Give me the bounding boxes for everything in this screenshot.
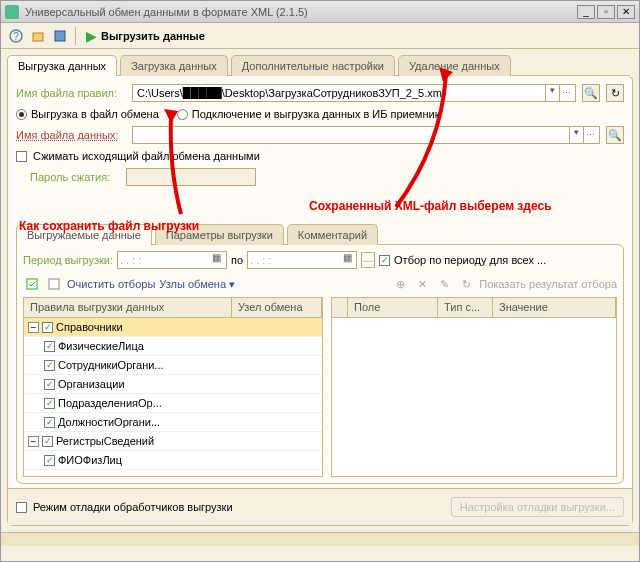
th-value[interactable]: Значение (493, 298, 616, 317)
svg-rect-3 (55, 31, 65, 41)
period-label: Период выгрузки: (23, 254, 113, 266)
svg-text:?: ? (13, 31, 19, 42)
tree-row[interactable]: −Справочники (24, 318, 322, 337)
tree-row[interactable]: ФИОФизЛиц (24, 451, 322, 470)
subtab-comment[interactable]: Комментарий (287, 224, 378, 245)
th-type[interactable]: Тип с... (438, 298, 493, 317)
save-icon[interactable] (51, 27, 69, 45)
edit-icon: ✎ (435, 275, 453, 293)
refresh-icon: ↻ (457, 275, 475, 293)
data-file-label: Имя файла данных: (16, 129, 126, 141)
filter-table[interactable]: Поле Тип с... Значение (331, 297, 617, 477)
svg-rect-6 (27, 279, 37, 289)
rules-file-label: Имя файла правил: (16, 87, 126, 99)
collapse-icon[interactable]: − (28, 436, 39, 447)
debug-settings-button: Настройка отладки выгрузки... (451, 497, 624, 517)
browse-icon[interactable]: … (559, 85, 573, 101)
browse-icon[interactable]: … (583, 127, 597, 143)
radio-direct-label: Подключение и выгрузка данных в ИБ прием… (192, 108, 440, 120)
row-checkbox[interactable] (44, 417, 55, 428)
status-bar (1, 532, 639, 546)
subtab-params[interactable]: Параметры выгрузки (155, 224, 284, 245)
open-icon[interactable] (29, 27, 47, 45)
collapse-icon[interactable]: − (28, 322, 39, 333)
radio-dot-icon (177, 109, 188, 120)
radio-file-export[interactable]: Выгрузка в файл обмена (16, 108, 159, 120)
check-all-icon[interactable] (23, 275, 41, 293)
row-checkbox[interactable] (42, 322, 53, 333)
radio-direct-export[interactable]: Подключение и выгрузка данных в ИБ прием… (177, 108, 440, 120)
tab-import[interactable]: Загрузка данных (120, 55, 228, 76)
clear-filters-link[interactable]: Очистить отборы (67, 278, 155, 290)
dropdown-icon[interactable]: ▾ (545, 85, 559, 101)
period-from-input[interactable]: . . : : ▦ (117, 251, 227, 269)
rules-tree[interactable]: Правила выгрузки данных Узел обмена −Спр… (23, 297, 323, 477)
row-checkbox[interactable] (44, 341, 55, 352)
rules-file-input[interactable]: C:\Users\█████\Desktop\ЗагрузкаСотрудник… (132, 84, 576, 102)
play-icon: ▶ (86, 28, 97, 44)
tree-row[interactable]: −РегистрыСведений (24, 432, 322, 451)
export-label: Выгрузить данные (101, 30, 205, 42)
tree-row[interactable]: Организации (24, 375, 322, 394)
minimize-button[interactable]: _ (577, 5, 595, 19)
reload-button[interactable]: ↻ (606, 84, 624, 102)
row-checkbox[interactable] (44, 455, 55, 466)
close-button[interactable]: ✕ (617, 5, 635, 19)
uncheck-all-icon[interactable] (45, 275, 63, 293)
row-checkbox[interactable] (44, 398, 55, 409)
window-title: Универсальный обмен данными в формате XM… (25, 6, 577, 18)
nodes-combo[interactable]: Узлы обмена ▾ (159, 278, 235, 291)
th-empty (332, 298, 348, 317)
debug-checkbox[interactable] (16, 502, 27, 513)
help-icon[interactable]: ? (7, 27, 25, 45)
period-filter-checkbox[interactable] (379, 255, 390, 266)
tab-export[interactable]: Выгрузка данных (7, 55, 117, 76)
tree-row[interactable]: ДолжностиОргани... (24, 413, 322, 432)
maximize-button[interactable]: ▫ (597, 5, 615, 19)
compress-checkbox[interactable] (16, 151, 27, 162)
svg-rect-7 (49, 279, 59, 289)
rules-file-value: C:\Users\█████\Desktop\ЗагрузкаСотрудник… (135, 87, 545, 99)
compress-label: Сжимать исходящий файл обмена данными (33, 150, 260, 162)
radio-dot-icon (16, 109, 27, 120)
period-more-button[interactable]: … (361, 252, 375, 268)
th-node[interactable]: Узел обмена (232, 298, 322, 317)
radio-file-label: Выгрузка в файл обмена (31, 108, 159, 120)
calendar-icon[interactable]: ▦ (210, 252, 224, 268)
row-checkbox[interactable] (42, 436, 53, 447)
tab-settings[interactable]: Дополнительные настройки (231, 55, 395, 76)
row-checkbox[interactable] (44, 379, 55, 390)
tree-row[interactable]: ФизическиеЛица (24, 337, 322, 356)
calendar-icon[interactable]: ▦ (340, 252, 354, 268)
password-label: Пароль сжатия: (30, 171, 120, 183)
remove-icon: ✕ (413, 275, 431, 293)
tab-delete[interactable]: Удаление данных (398, 55, 511, 76)
period-sep: по (231, 254, 243, 266)
svg-rect-2 (33, 33, 43, 41)
app-icon (5, 5, 19, 19)
find-button[interactable]: 🔍 (582, 84, 600, 102)
debug-label: Режим отладки обработчиков выгрузки (33, 501, 233, 513)
th-rules[interactable]: Правила выгрузки данных (24, 298, 232, 317)
export-data-button[interactable]: ▶ Выгрузить данные (82, 26, 209, 46)
period-filter-label: Отбор по периоду для всех ... (394, 254, 546, 266)
tree-row[interactable]: ПодразделенияОр... (24, 394, 322, 413)
password-input[interactable] (126, 168, 256, 186)
tree-row[interactable]: СотрудникиОргани... (24, 356, 322, 375)
th-field[interactable]: Поле (348, 298, 438, 317)
period-to-input[interactable]: . . : : ▦ (247, 251, 357, 269)
find-button[interactable]: 🔍 (606, 126, 624, 144)
data-file-input[interactable]: ▾ … (132, 126, 600, 144)
separator (75, 27, 76, 45)
add-icon: ⊕ (391, 275, 409, 293)
show-result-link: Показать результат отбора (479, 278, 617, 290)
dropdown-icon[interactable]: ▾ (569, 127, 583, 143)
subtab-data[interactable]: Выгружаемые данные (16, 224, 152, 245)
row-checkbox[interactable] (44, 360, 55, 371)
